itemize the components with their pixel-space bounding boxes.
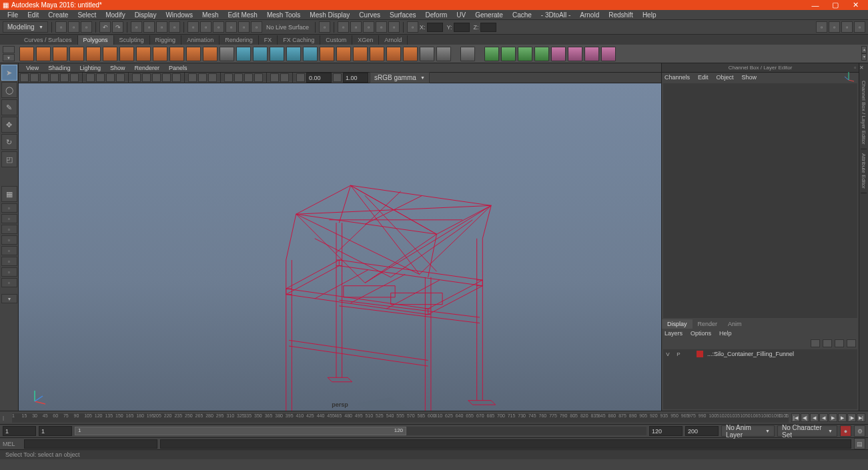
- append-icon[interactable]: [386, 47, 401, 61]
- layout-four-icon[interactable]: ▫: [1, 214, 17, 223]
- render-icon[interactable]: ▫: [338, 21, 349, 33]
- pt-xray-icon[interactable]: [198, 73, 207, 82]
- layout-dropdown-icon[interactable]: ▾: [1, 294, 17, 303]
- menu-curves[interactable]: Curves: [354, 11, 385, 19]
- cb-menu-channels[interactable]: Channels: [665, 74, 690, 81]
- layer-btn-1-icon[interactable]: [811, 339, 820, 347]
- layer-tab-render[interactable]: Render: [693, 319, 723, 329]
- layer-btn-4-icon[interactable]: [847, 339, 856, 347]
- fill-hole-icon[interactable]: [370, 47, 384, 61]
- render-view-icon[interactable]: ▫: [376, 21, 387, 33]
- go-to-end-button[interactable]: ▶|: [857, 413, 865, 422]
- cb-menu-show[interactable]: Show: [742, 74, 757, 81]
- pt-lights-icon[interactable]: [162, 73, 171, 82]
- layer-btn-3-icon[interactable]: [835, 339, 844, 347]
- combine-icon[interactable]: [236, 47, 251, 61]
- bool-difference-icon[interactable]: [501, 47, 516, 61]
- paint-select-tool[interactable]: ✎: [1, 99, 17, 115]
- pt-ao-icon[interactable]: [224, 73, 233, 82]
- shelf-tab-xgen[interactable]: XGen: [352, 35, 379, 45]
- construction-history-icon[interactable]: ▫: [319, 21, 330, 33]
- layout-persp-outliner-icon[interactable]: ▫: [1, 246, 17, 255]
- panel-menu-view[interactable]: View: [21, 65, 43, 71]
- range-end-inner[interactable]: 120: [649, 426, 683, 436]
- shelf-editor-icon[interactable]: [3, 46, 15, 53]
- menu-file[interactable]: File: [3, 11, 23, 19]
- shelf-tab-sculpting[interactable]: Sculpting: [114, 35, 150, 45]
- panel-undock-icon[interactable]: ▫: [854, 65, 856, 71]
- lasso-tool[interactable]: ◯: [1, 82, 17, 98]
- bool-intersection-icon[interactable]: [518, 47, 532, 61]
- wedge-icon[interactable]: [568, 47, 582, 61]
- command-input[interactable]: [24, 439, 157, 449]
- pt-resolution-gate-icon[interactable]: [106, 73, 115, 82]
- pt-bookmarks-icon[interactable]: [40, 73, 49, 82]
- maximize-button[interactable]: ▢: [825, 1, 845, 9]
- poly-prism-icon[interactable]: [119, 47, 134, 61]
- layer-menu-layers[interactable]: Layers: [665, 330, 683, 337]
- menu-edit[interactable]: Edit: [23, 11, 43, 19]
- multi-cut-icon[interactable]: [420, 47, 434, 61]
- bridge-icon[interactable]: [336, 47, 351, 61]
- ipr-render-icon[interactable]: ▫: [350, 21, 362, 33]
- range-start-inner[interactable]: 1: [39, 426, 72, 436]
- hypershade-icon[interactable]: ▫: [388, 21, 400, 33]
- sidebar-toggle-1-icon[interactable]: ▫: [816, 21, 827, 33]
- poly-cone-icon[interactable]: [69, 47, 84, 61]
- range-track[interactable]: 1 120: [75, 427, 646, 435]
- sculpt-icon[interactable]: [534, 47, 549, 61]
- smooth-icon[interactable]: [270, 47, 284, 61]
- step-forward-key-button[interactable]: |▶: [847, 413, 856, 422]
- sidebar-toggle-4-icon[interactable]: ▫: [854, 21, 865, 33]
- rotate-tool[interactable]: ↻: [1, 134, 17, 150]
- pt-contrast-icon[interactable]: [333, 73, 342, 82]
- menu--3dtoall-[interactable]: - 3DtoAll -: [536, 11, 575, 19]
- z-field[interactable]: [480, 23, 496, 32]
- separate-icon[interactable]: [253, 47, 268, 61]
- y-field[interactable]: [454, 23, 470, 32]
- step-back-button[interactable]: ◀: [810, 413, 819, 422]
- poke-icon[interactable]: [551, 47, 566, 61]
- menu-surfaces[interactable]: Surfaces: [385, 11, 420, 19]
- layer-btn-2-icon[interactable]: [823, 339, 832, 347]
- shelf-tab-fx[interactable]: FX: [259, 35, 278, 45]
- snap-grid-icon[interactable]: ▫: [187, 21, 199, 33]
- close-button[interactable]: ✕: [845, 1, 865, 9]
- menu-deform[interactable]: Deform: [421, 11, 452, 19]
- gamma-field[interactable]: 1.00: [343, 73, 368, 83]
- go-to-start-button[interactable]: |◀: [791, 413, 800, 422]
- poly-cube-icon[interactable]: [36, 47, 51, 61]
- pt-image-plane-icon[interactable]: [50, 73, 59, 82]
- range-start-outer[interactable]: 1: [3, 426, 36, 436]
- snap-point-icon[interactable]: ▫: [213, 21, 224, 33]
- layout-hypershade-icon[interactable]: ▫: [1, 267, 17, 277]
- pt-msaa-icon[interactable]: [244, 73, 253, 82]
- menu-redshift[interactable]: Redshift: [604, 11, 638, 19]
- select-all-icon[interactable]: ▫: [169, 21, 180, 33]
- shelf-tab-arnold[interactable]: Arnold: [379, 35, 408, 45]
- pt-select-camera-icon[interactable]: [20, 73, 29, 82]
- pt-shaded-icon[interactable]: [142, 73, 151, 82]
- layer-menu-help[interactable]: Help: [719, 330, 732, 337]
- scale-tool[interactable]: ◰: [1, 151, 17, 167]
- move-tool[interactable]: ✥: [1, 117, 17, 133]
- layer-list[interactable]: VP...:Silo_Container_Filling_Funnel: [663, 349, 857, 409]
- snap-view-icon[interactable]: ▫: [251, 21, 262, 33]
- poly-pyramid-icon[interactable]: [136, 47, 151, 61]
- menu-modify[interactable]: Modify: [101, 11, 129, 19]
- step-forward-button[interactable]: ▶: [838, 413, 847, 422]
- shelf-tab-polygons[interactable]: Polygons: [78, 35, 114, 45]
- pt-dof-icon[interactable]: [254, 73, 263, 82]
- xyz-toggle-icon[interactable]: ▫: [407, 21, 418, 33]
- pt-grease-pencil-icon[interactable]: [70, 73, 79, 82]
- auto-key-icon[interactable]: ●: [840, 425, 851, 437]
- last-tool[interactable]: ▦: [1, 186, 17, 202]
- prefs-icon[interactable]: ⚙: [854, 425, 865, 437]
- pt-motion-blur-icon[interactable]: [234, 73, 243, 82]
- poly-type-icon[interactable]: [220, 47, 234, 61]
- cb-menu-edit[interactable]: Edit: [698, 74, 709, 81]
- undo-icon[interactable]: ↶: [99, 21, 111, 33]
- snap-curve-icon[interactable]: ▫: [200, 21, 211, 33]
- render-settings-icon[interactable]: ▫: [363, 21, 374, 33]
- panel-menu-panels[interactable]: Panels: [164, 65, 192, 71]
